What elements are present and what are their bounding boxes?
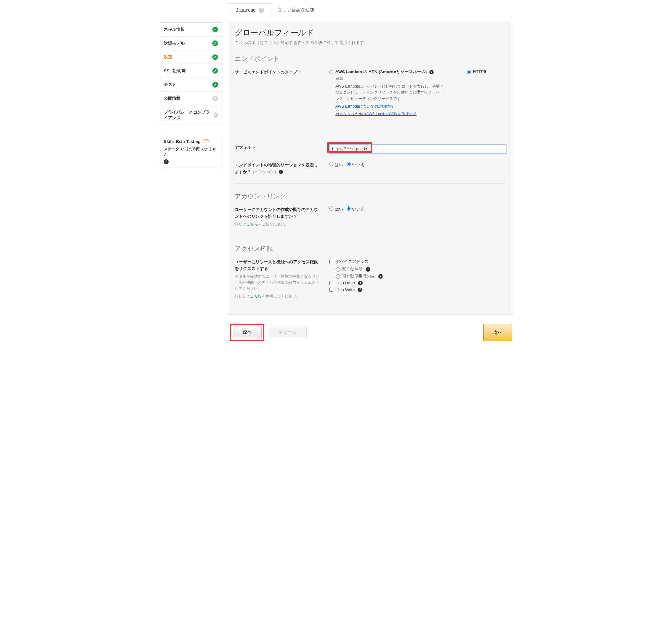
device-address-option[interactable]: デバイスアドレス — [329, 259, 506, 265]
highlight-marker: 保存 — [230, 324, 264, 341]
endpoint-type-label: サービスエンドポイントのタイプ： — [235, 69, 320, 76]
check-icon: ✓ — [214, 112, 218, 118]
check-icon: ✓ — [212, 41, 218, 46]
sidebar-item-label: SSL 証明書 — [164, 68, 186, 74]
submit-button: 申請する — [269, 327, 307, 338]
radio-full-address[interactable] — [336, 267, 340, 272]
sidebar-item-test[interactable]: テスト ✓ — [160, 78, 222, 92]
account-link-label: ユーザーにアカウントの作成や既存のアカウントへのリンクを許可しますか？ — [235, 207, 318, 219]
lambda-link-info[interactable]: AWS Lambdaについての詳細情報 — [335, 104, 445, 109]
https-label: HTTPS — [473, 69, 487, 74]
permissions-label: ユーザーにリソースと機能へのアクセス権限をリクエストする — [235, 259, 318, 271]
info-icon[interactable]: i — [378, 274, 383, 278]
account-link-heading: アカウントリンク — [235, 192, 506, 201]
beta-status-label: ステータス: — [164, 147, 184, 151]
tab-add-language[interactable]: 新しい言語を追加 — [271, 3, 321, 17]
language-tabs: Japanese 新しい言語を追加 — [229, 3, 512, 17]
lambda-recommended: 推奨 — [335, 76, 445, 81]
check-icon: ✓ — [212, 54, 218, 60]
sidebar-item-ssl[interactable]: SSL 証明書 ✓ — [160, 64, 222, 78]
lambda-link-create[interactable]: カスタムスキルのAWS Lambda関数を作成する — [335, 111, 445, 117]
sidebar-item-interaction-model[interactable]: 対話モデル ✓ — [160, 37, 222, 50]
endpoint-https-option[interactable]: HTTPS — [467, 69, 487, 74]
default-label: デフォルト — [235, 144, 320, 151]
lambda-title: AWS Lambda の ARN (Amazonリソースネーム) — [335, 69, 427, 74]
lambda-description: AWS Lambdaは、イベントに応答してコードを実行し、基盤となるコンピューテ… — [335, 83, 445, 102]
permissions-help-link[interactable]: こちら — [250, 294, 262, 298]
sidebar-item-publish[interactable]: 公開情報 ✓ — [160, 92, 222, 105]
sidebar-item-label: プライバシーとコンプライアンス — [164, 109, 214, 121]
sidebar-item-label: 設定 — [164, 54, 172, 60]
info-icon[interactable]: i — [279, 170, 283, 174]
check-icon: ✓ — [212, 82, 218, 88]
permissions-heading: アクセス権限 — [235, 244, 506, 253]
sidebar-nav: スキル情報 ✓ 対話モデル ✓ 設定 ✓ SSL 証明書 ✓ テスト ✓ 公開情… — [160, 22, 222, 125]
optional-hint: (オプション) — [253, 169, 277, 174]
lists-write-option[interactable]: Lists Write i — [329, 287, 506, 292]
account-help-link[interactable]: こちら — [246, 222, 258, 226]
tab-label: 新しい言語を追加 — [278, 7, 314, 12]
next-button[interactable]: 次へ — [483, 324, 512, 341]
settings-panel: グローバルフィールド これらの項目はスキルが対応するすべての言語に対して適用され… — [229, 21, 512, 314]
check-icon: ✓ — [212, 27, 218, 32]
checkbox-device-address[interactable] — [329, 260, 333, 264]
sidebar-item-label: テスト — [164, 82, 176, 88]
check-icon: ✓ — [212, 68, 218, 74]
info-icon[interactable]: i — [366, 267, 370, 272]
checkbox-lists-write[interactable] — [329, 288, 333, 292]
page-subtitle: これらの項目はスキルが対応するすべての言語に対して適用されます。 — [235, 40, 506, 46]
beta-title: Skills Beta Testing — [164, 139, 201, 144]
radio-account-yes[interactable] — [329, 207, 333, 211]
radio-lambda[interactable] — [329, 70, 333, 74]
endpoint-heading: エンドポイント — [235, 54, 506, 63]
permissions-help1: スキルが提供するユーザー体験の中核となるリソースや機能へのアクセス権限の付与をリ… — [235, 273, 320, 292]
geo-region-label: エンドポイントの地理的リージョンを設定しますか？ — [235, 163, 318, 174]
sidebar-item-privacy[interactable]: プライバシーとコンプライアンス ✓ — [160, 105, 222, 125]
lists-read-option[interactable]: Lists Read i — [329, 281, 506, 285]
radio-geo-yes[interactable] — [329, 162, 333, 166]
page-title: グローバルフィールド — [235, 28, 506, 38]
check-icon — [259, 8, 264, 13]
geo-yes-option[interactable]: はい — [329, 162, 343, 167]
info-icon[interactable]: i — [358, 288, 362, 292]
sidebar-item-settings[interactable]: 設定 ✓ — [160, 50, 222, 64]
full-address-option[interactable]: 完全な住所 i — [336, 266, 506, 272]
radio-geo-no[interactable] — [346, 162, 351, 166]
info-icon[interactable]: i — [429, 70, 434, 74]
radio-https[interactable] — [467, 70, 471, 74]
account-yes-option[interactable]: はい — [329, 207, 343, 212]
radio-country-zip[interactable] — [336, 274, 340, 278]
checkbox-lists-read[interactable] — [329, 281, 333, 285]
info-icon[interactable]: i — [164, 159, 169, 164]
country-zip-option[interactable]: 国と郵便番号のみ i — [336, 273, 506, 279]
account-no-option[interactable]: いいえ — [346, 207, 364, 212]
info-icon[interactable]: i — [358, 281, 363, 285]
endpoint-lambda-option[interactable]: AWS Lambda の ARN (Amazonリソースネーム) i 推奨 AW… — [329, 69, 445, 117]
radio-account-no[interactable] — [346, 207, 351, 211]
sidebar-item-skill-info[interactable]: スキル情報 ✓ — [160, 23, 222, 37]
new-badge: NEW — [202, 139, 209, 142]
beta-testing-box: Skills Beta Testing NEW ステータス: まだ利用できません… — [160, 135, 222, 168]
sidebar-item-label: 対話モデル — [164, 41, 185, 46]
tab-japanese[interactable]: Japanese — [229, 3, 271, 17]
sidebar-item-label: スキル情報 — [164, 27, 185, 32]
sidebar-item-label: 公開情報 — [164, 96, 181, 101]
tab-label: Japanese — [236, 7, 256, 13]
check-icon: ✓ — [212, 96, 218, 101]
save-button[interactable]: 保存 — [233, 327, 262, 338]
geo-no-option[interactable]: いいえ — [346, 162, 364, 167]
default-endpoint-input[interactable] — [329, 144, 506, 153]
